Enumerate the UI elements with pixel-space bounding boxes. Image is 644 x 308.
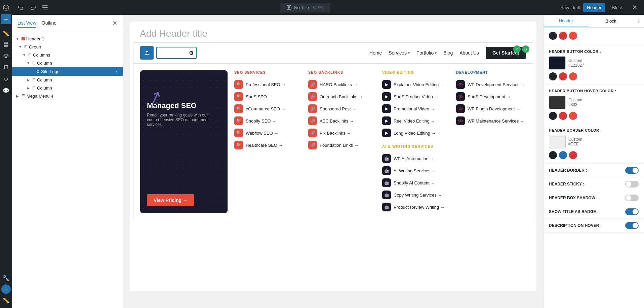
border-swatch-red[interactable] — [569, 151, 577, 159]
nav-home[interactable]: Home — [369, 50, 382, 56]
nav-services[interactable]: Services ▾ — [389, 50, 410, 56]
right-panel-more[interactable]: ⋮ — [633, 15, 644, 27]
right-header-tab[interactable]: Header — [544, 15, 589, 27]
video-explainer[interactable]: ▶ Explainer Video Editing → — [382, 78, 449, 91]
video-promo[interactable]: ▶ Promotional Video → — [382, 103, 449, 115]
ai-wp-automation[interactable]: 🤖 WP Ai Automation → — [382, 152, 449, 165]
video-saas[interactable]: ▶ SaaS Product Video → — [382, 91, 449, 103]
border-swatch-dark[interactable] — [549, 151, 557, 159]
dev-saas[interactable]: </> SaaS Development → — [456, 91, 525, 103]
outline-tab[interactable]: Outline — [42, 19, 56, 28]
toggle-sticky-control[interactable] — [625, 181, 639, 187]
list-view-button[interactable] — [40, 3, 50, 12]
tree-item-group[interactable]: ▼ ⊞ Group — [12, 43, 123, 51]
btn-swatch-dark[interactable] — [549, 72, 557, 80]
seo-saas[interactable]: 🔍 SaaS SEO → — [234, 91, 301, 103]
tree-item-mega-menu[interactable]: ▶ ☰ Mega Menu 4 — [12, 92, 123, 100]
dev-maintenance[interactable]: </> WP Maintenance Services → — [456, 115, 525, 127]
tree-toggle-columns[interactable]: ▼ — [22, 52, 27, 58]
tree-action-options[interactable]: ⋮ — [113, 68, 120, 74]
tree-toggle-group[interactable]: ▼ — [17, 44, 23, 49]
add-bottom-icon[interactable]: + — [1, 284, 11, 294]
button-color-preview[interactable] — [549, 56, 566, 70]
edit-icon[interactable]: ✏️ — [1, 28, 11, 38]
right-block-tab[interactable]: Block — [589, 15, 634, 27]
image-icon[interactable]: 🖼 — [1, 63, 11, 73]
grid-icon[interactable] — [1, 40, 11, 50]
seo-webflow[interactable]: 🔍 Webflow SEO → — [234, 127, 301, 139]
nav-about[interactable]: About Us — [459, 50, 479, 56]
dev-wp[interactable]: </> WP Development Services → — [456, 78, 525, 91]
tree-item-columns[interactable]: ▼ ⊟ Columns — [12, 51, 123, 59]
close-panel-button[interactable]: ✕ — [630, 2, 640, 12]
green-action-icon[interactable]: ✓ — [513, 45, 521, 53]
tree-toggle-header1[interactable]: ▼ — [15, 36, 20, 41]
hover-swatch-red[interactable] — [559, 112, 567, 120]
backlink-pr[interactable]: 🔗 PR Backlinks → — [308, 127, 375, 139]
btn-swatch-red[interactable] — [559, 72, 567, 80]
panel-close-button[interactable]: ✕ — [112, 20, 117, 27]
settings-icon[interactable]: ⚙ — [1, 74, 11, 84]
svg-rect-7 — [42, 7, 48, 8]
seo-ecommerce[interactable]: 🔍 eCommerce SEO → — [234, 103, 301, 115]
header-tab-button[interactable]: Header — [583, 3, 606, 12]
video-reel[interactable]: ▶ Reel Video Editing → — [382, 115, 449, 127]
seo-healthcare[interactable]: 🔍 Healthcare SEO → — [234, 139, 301, 151]
border-swatch-blue[interactable] — [559, 151, 567, 159]
border-color-preview[interactable] — [549, 135, 566, 148]
tree-toggle-column1[interactable]: ▼ — [26, 60, 31, 66]
logo-upload-button[interactable] — [140, 46, 154, 60]
tree-item-column2[interactable]: ▶ ⊟ Column — [12, 76, 123, 84]
view-pricing-button[interactable]: View Pricing → — [147, 194, 194, 206]
nav-portfolio[interactable]: Portfolio ▾ — [416, 50, 437, 56]
tree-item-column1[interactable]: ▼ ⊟ Column — [12, 59, 123, 67]
comments-icon[interactable]: 💬 — [1, 85, 11, 96]
backlink-foundation[interactable]: 🔗 Foundation Links → — [308, 139, 375, 151]
save-draft-button[interactable]: Save draft — [560, 5, 580, 10]
backlink-sponsored[interactable]: 🔗 Sponsored Post → — [308, 103, 375, 115]
backlink-haro[interactable]: 🔗 HARO Backlinks → — [308, 78, 375, 91]
button-hover-preview[interactable] — [549, 96, 566, 109]
swatch-red-1[interactable] — [559, 32, 567, 40]
tree-toggle-column3[interactable]: ▶ — [26, 85, 31, 91]
backlink-abc[interactable]: 🔗 ABC Backlinks → — [308, 115, 375, 127]
wp-logo-icon[interactable]: W — [1, 3, 11, 13]
layers-icon[interactable] — [1, 51, 11, 61]
block-tab-button[interactable]: Block — [608, 3, 627, 12]
list-view-tab[interactable]: List View — [17, 19, 36, 28]
tools-icon[interactable]: 🔧 — [1, 273, 11, 283]
hover-swatch-coral[interactable] — [569, 112, 577, 120]
toggle-border-control[interactable] — [625, 167, 639, 174]
add-block-icon[interactable] — [1, 14, 11, 24]
ai-writing[interactable]: 🤖 AI Writing Services → — [382, 165, 449, 177]
dev-plugin[interactable]: </> WP Plugin Development → — [456, 103, 525, 115]
pencil-bottom-icon[interactable]: ✏️ — [1, 295, 11, 305]
tree-item-column3[interactable]: ▶ ⊟ Column — [12, 84, 123, 92]
hover-swatch-dark[interactable] — [549, 112, 557, 120]
tree-item-header1[interactable]: ▼ Header 1 — [12, 35, 123, 43]
toggle-shadow-control[interactable] — [625, 195, 639, 201]
document-title-button[interactable]: No Title Ctrl+K — [280, 3, 330, 12]
ai-product-review[interactable]: 🤖 Product Review Writing → — [382, 201, 449, 213]
swatch-dark-1[interactable] — [549, 32, 557, 40]
logo-input-area[interactable]: ⚙ — [156, 47, 197, 59]
nav-blog[interactable]: Blog — [443, 50, 453, 56]
toggle-badge-control[interactable] — [625, 208, 639, 215]
tree-item-site-logo[interactable]: ▶ ⊙ Site Logo ⋮ — [12, 67, 123, 76]
redo-button[interactable] — [28, 3, 38, 12]
seo-shopify[interactable]: 🔍 Shopify SEO → — [234, 115, 301, 127]
backlink-outreach[interactable]: 🔗 Outreach Backlinks → — [308, 91, 375, 103]
tree-actions-logo: ⋮ — [113, 68, 120, 74]
ai-shopify[interactable]: 🤖 Shopify Ai Content → — [382, 177, 449, 189]
teal-action-icon[interactable]: G — [522, 45, 529, 53]
video-long[interactable]: ▶ Long Video Editing → — [382, 127, 449, 139]
seo-professional[interactable]: 🔍 Professional SEO → — [234, 78, 301, 91]
btn-swatch-coral[interactable] — [569, 72, 577, 80]
tree-toggle-mega[interactable]: ▶ — [15, 93, 20, 99]
swatch-coral-1[interactable] — [569, 32, 577, 40]
logo-settings-icon[interactable]: ⚙ — [189, 51, 193, 55]
undo-button[interactable] — [16, 3, 26, 12]
toggle-desc-control[interactable] — [625, 222, 639, 229]
tree-toggle-column2[interactable]: ▶ — [26, 77, 31, 82]
ai-copywriting[interactable]: 🤖 Copy Writing Services → — [382, 189, 449, 201]
